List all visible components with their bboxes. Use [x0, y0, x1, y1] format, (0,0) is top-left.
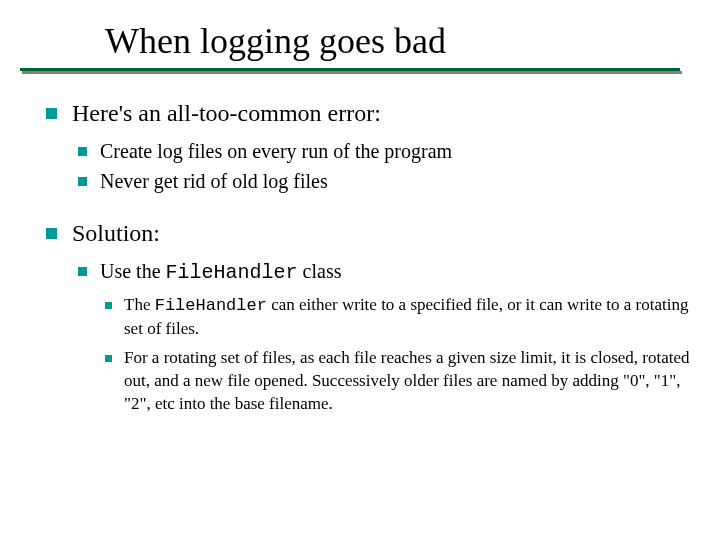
- slide-content: Here's an all-too-common error: Create l…: [40, 98, 692, 426]
- list-item: The FileHandler can either write to a sp…: [100, 294, 692, 341]
- title-underline: [0, 66, 720, 80]
- bullet-text: Never get rid of old log files: [100, 170, 328, 192]
- list-item: Use the FileHandler class The FileHandle…: [72, 258, 692, 416]
- list-item: Solution: Use the FileHandler class The …: [40, 218, 692, 416]
- bullet-icon: [78, 177, 87, 186]
- bullet-icon: [78, 267, 87, 276]
- list-item: For a rotating set of files, as each fil…: [100, 347, 692, 416]
- bullet-text: Here's an all-too-common error:: [72, 100, 381, 126]
- bullet-icon: [78, 147, 87, 156]
- code-text: FileHandler: [155, 296, 267, 315]
- bullet-icon: [46, 228, 57, 239]
- slide-title: When logging goes bad: [105, 20, 446, 62]
- bullet-icon: [105, 302, 112, 309]
- list-item: Never get rid of old log files: [72, 168, 692, 194]
- bullet-text: The FileHandler can either write to a sp…: [124, 295, 688, 338]
- bullet-text: Create log files on every run of the pro…: [100, 140, 452, 162]
- slide: When logging goes bad Here's an all-too-…: [0, 0, 720, 540]
- list-item: Create log files on every run of the pro…: [72, 138, 692, 164]
- bullet-text: Use the FileHandler class: [100, 260, 341, 282]
- bullet-icon: [105, 355, 112, 362]
- list-item: Here's an all-too-common error: Create l…: [40, 98, 692, 208]
- bullet-text: For a rotating set of files, as each fil…: [124, 348, 690, 413]
- code-text: FileHandler: [166, 261, 298, 284]
- bullet-icon: [46, 108, 57, 119]
- bullet-text: Solution:: [72, 220, 160, 246]
